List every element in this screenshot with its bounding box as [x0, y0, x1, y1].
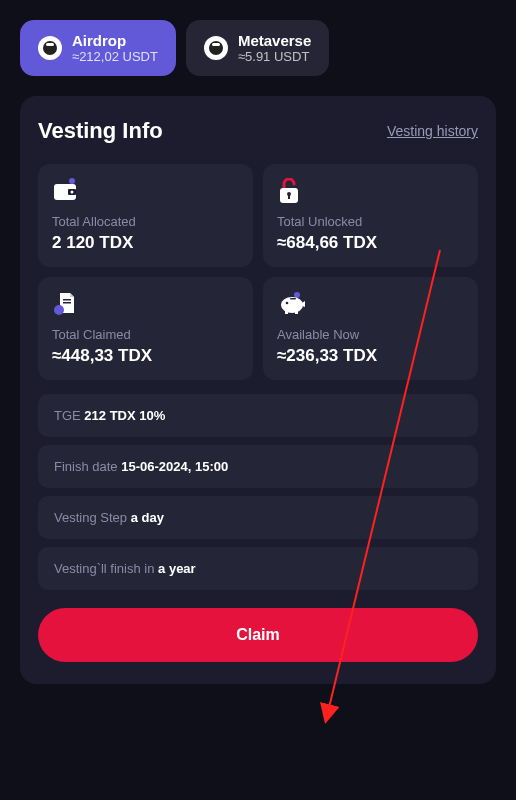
token-icon — [38, 36, 62, 60]
info-value: 15-06-2024, 15:00 — [121, 459, 228, 474]
panel-header: Vesting Info Vesting history — [38, 118, 478, 144]
svg-point-0 — [69, 178, 75, 184]
vesting-history-link[interactable]: Vesting history — [387, 123, 478, 139]
top-tabs: Airdrop ≈212,02 USDT Metaverse ≈5.91 USD… — [0, 0, 516, 96]
info-label: Vesting`ll finish in — [54, 561, 158, 576]
stat-value: 2 120 TDX — [52, 233, 239, 253]
stat-value: ≈684,66 TDX — [277, 233, 464, 253]
info-value: 212 TDX 10% — [84, 408, 165, 423]
tab-metaverse[interactable]: Metaverse ≈5.91 USDT — [186, 20, 329, 76]
info-rows: TGE 212 TDX 10% Finish date 15-06-2024, … — [38, 394, 478, 590]
svg-point-10 — [294, 292, 300, 298]
info-vesting-finish: Vesting`ll finish in a year — [38, 547, 478, 590]
stat-value: ≈236,33 TDX — [277, 346, 464, 366]
stat-value: ≈448,33 TDX — [52, 346, 239, 366]
svg-point-9 — [54, 305, 64, 315]
piggy-bank-icon — [277, 291, 305, 315]
tab-airdrop-title: Airdrop — [72, 32, 158, 49]
stat-total-unlocked: Total Unlocked ≈684,66 TDX — [263, 164, 478, 267]
svg-rect-12 — [285, 311, 288, 314]
document-icon — [52, 291, 80, 315]
info-value: a day — [131, 510, 164, 525]
stat-label: Total Allocated — [52, 214, 239, 229]
stat-label: Total Claimed — [52, 327, 239, 342]
tab-airdrop[interactable]: Airdrop ≈212,02 USDT — [20, 20, 176, 76]
svg-rect-6 — [288, 194, 290, 199]
page-title: Vesting Info — [38, 118, 163, 144]
claim-button[interactable]: Claim — [38, 608, 478, 662]
info-finish-date: Finish date 15-06-2024, 15:00 — [38, 445, 478, 488]
tab-airdrop-subtitle: ≈212,02 USDT — [72, 49, 158, 64]
info-tge: TGE 212 TDX 10% — [38, 394, 478, 437]
svg-rect-7 — [63, 299, 71, 301]
stats-grid: Total Allocated 2 120 TDX Total Unlocked… — [38, 164, 478, 380]
stat-label: Total Unlocked — [277, 214, 464, 229]
unlock-icon — [277, 178, 305, 202]
stat-label: Available Now — [277, 327, 464, 342]
svg-rect-15 — [290, 298, 296, 300]
wallet-icon — [52, 178, 80, 202]
stat-total-claimed: Total Claimed ≈448,33 TDX — [38, 277, 253, 380]
info-vesting-step: Vesting Step a day — [38, 496, 478, 539]
vesting-panel: Vesting Info Vesting history Total Alloc… — [20, 96, 496, 684]
stat-available-now: Available Now ≈236,33 TDX — [263, 277, 478, 380]
svg-point-14 — [286, 302, 289, 305]
info-label: Vesting Step — [54, 510, 131, 525]
info-label: TGE — [54, 408, 84, 423]
info-label: Finish date — [54, 459, 121, 474]
svg-point-3 — [71, 191, 74, 194]
info-value: a year — [158, 561, 196, 576]
tab-metaverse-title: Metaverse — [238, 32, 311, 49]
stat-total-allocated: Total Allocated 2 120 TDX — [38, 164, 253, 267]
svg-rect-13 — [295, 311, 298, 314]
tab-metaverse-subtitle: ≈5.91 USDT — [238, 49, 311, 64]
svg-rect-8 — [63, 302, 71, 304]
token-icon — [204, 36, 228, 60]
